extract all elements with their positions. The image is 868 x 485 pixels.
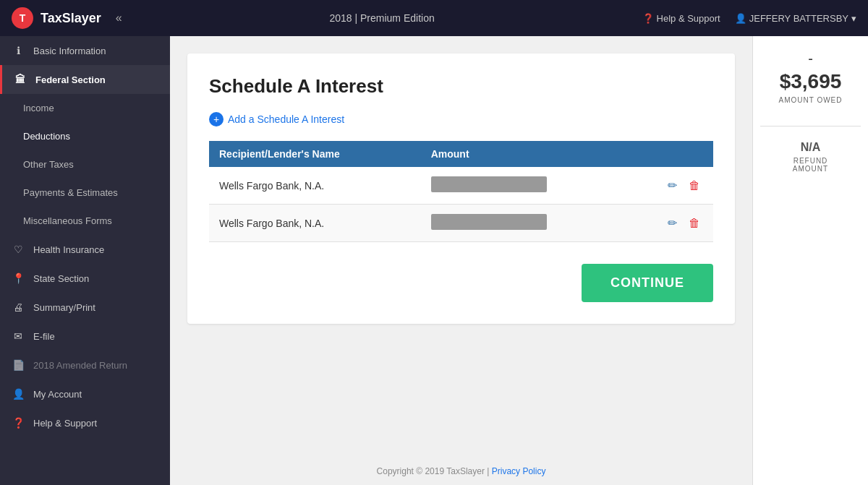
- user-menu[interactable]: 👤 JEFFERY BATTERSBY ▾: [735, 13, 856, 24]
- content-inner: Schedule A Interest + Add a Schedule A I…: [170, 36, 752, 458]
- collapse-button[interactable]: «: [116, 12, 122, 25]
- edit-button-2[interactable]: ✏: [665, 213, 680, 233]
- sidebar-item-summary-print[interactable]: 🖨 Summary/Print: [0, 293, 170, 322]
- actions-cell-2: ✏ 🗑: [625, 205, 713, 242]
- delete-button-1[interactable]: 🗑: [686, 176, 703, 195]
- sidebar-label-deductions: Deductions: [23, 131, 70, 142]
- edition-label: 2018 | Premium Edition: [329, 12, 434, 24]
- sidebar-item-e-file[interactable]: ✉ E-file: [0, 322, 170, 351]
- question-icon: ❓: [12, 417, 25, 429]
- table-header-row: Recipient/Lender's Name Amount: [209, 141, 713, 167]
- panel-minus-sign: -: [808, 51, 813, 67]
- sidebar-item-basic-info[interactable]: ℹ Basic Information: [0, 36, 170, 65]
- efile-icon: ✉: [12, 330, 25, 342]
- add-link-label: Add a Schedule A Interest: [228, 113, 344, 125]
- table-row: Wells Fargo Bank, N.A. ✏ 🗑: [209, 205, 713, 242]
- help-circle-icon: ❓: [642, 13, 654, 24]
- sidebar-item-misc-forms[interactable]: Miscellaneous Forms: [0, 207, 170, 235]
- print-icon: 🖨: [12, 301, 25, 313]
- logo-icon: T: [12, 7, 33, 29]
- panel-refund-label: REFUNDAMOUNT: [793, 157, 828, 173]
- amount-cell-2: [421, 205, 626, 242]
- sidebar-label-summary-print: Summary/Print: [33, 302, 95, 313]
- page-title: Schedule A Interest: [209, 75, 713, 98]
- sidebar-item-help-support[interactable]: ❓ Help & Support: [0, 408, 170, 437]
- edit-button-1[interactable]: ✏: [665, 176, 680, 195]
- amount-placeholder-2: [431, 214, 547, 230]
- sidebar-label-help-support: Help & Support: [33, 418, 97, 429]
- amount-cell-1: [421, 167, 626, 205]
- sidebar-label-federal-section: Federal Section: [35, 74, 106, 85]
- main-layout: ℹ Basic Information 🏛 Federal Section In…: [0, 36, 868, 485]
- document-icon: 📄: [12, 359, 25, 371]
- help-support-link[interactable]: ❓ Help & Support: [642, 13, 720, 24]
- recipient-name-2: Wells Fargo Bank, N.A.: [209, 205, 421, 242]
- sidebar: ℹ Basic Information 🏛 Federal Section In…: [0, 36, 170, 485]
- sidebar-label-health-insurance: Health Insurance: [33, 244, 104, 255]
- sidebar-label-state-section: State Section: [33, 273, 89, 284]
- info-icon: ℹ: [12, 45, 25, 56]
- plus-circle-icon: +: [209, 112, 224, 126]
- amount-placeholder-1: [431, 176, 547, 192]
- sidebar-label-other-taxes: Other Taxes: [23, 159, 74, 170]
- sidebar-label-e-file: E-file: [33, 331, 55, 342]
- sidebar-item-payments[interactable]: Payments & Estimates: [0, 179, 170, 207]
- panel-divider: [760, 126, 861, 126]
- copyright-text: Copyright © 2019 TaxSlayer |: [377, 466, 492, 476]
- main-card: Schedule A Interest + Add a Schedule A I…: [187, 53, 735, 324]
- user-icon: 👤: [735, 13, 746, 24]
- sidebar-item-income[interactable]: Income: [0, 94, 170, 122]
- panel-na-value: N/A: [801, 141, 821, 154]
- sidebar-item-other-taxes[interactable]: Other Taxes: [0, 150, 170, 179]
- col-header-actions: [625, 141, 713, 167]
- sidebar-label-amended-return: 2018 Amended Return: [33, 360, 127, 371]
- col-header-amount: Amount: [421, 141, 626, 167]
- action-icons-2: ✏ 🗑: [635, 213, 703, 233]
- action-icons-1: ✏ 🗑: [635, 176, 703, 195]
- panel-amount-owed-label: AMOUNT OWED: [778, 96, 842, 104]
- panel-amount-owed: $3,695: [780, 70, 842, 93]
- federal-icon: 🏛: [14, 74, 27, 85]
- table-row: Wells Fargo Bank, N.A. ✏ 🗑: [209, 167, 713, 205]
- content-footer: Copyright © 2019 TaxSlayer | Privacy Pol…: [170, 458, 752, 485]
- right-panel: - $3,695 AMOUNT OWED N/A REFUNDAMOUNT: [752, 36, 868, 485]
- state-icon: 📍: [12, 272, 25, 284]
- sidebar-label-my-account: My Account: [33, 389, 82, 400]
- sidebar-label-misc-forms: Miscellaneous Forms: [23, 215, 112, 226]
- sidebar-item-my-account[interactable]: 👤 My Account: [0, 379, 170, 408]
- sidebar-label-payments: Payments & Estimates: [23, 187, 118, 198]
- sidebar-item-amended-return: 📄 2018 Amended Return: [0, 351, 170, 379]
- logo-text: TaxSlayer: [41, 11, 101, 26]
- privacy-policy-link[interactable]: Privacy Policy: [492, 466, 546, 476]
- add-schedule-link[interactable]: + Add a Schedule A Interest: [209, 112, 713, 126]
- top-bar-right: ❓ Help & Support 👤 JEFFERY BATTERSBY ▾: [642, 13, 856, 24]
- sidebar-item-state-section[interactable]: 📍 State Section: [0, 264, 170, 293]
- account-icon: 👤: [12, 388, 25, 400]
- continue-button[interactable]: CONTINUE: [582, 264, 713, 302]
- logo-area: T TaxSlayer «: [12, 7, 122, 29]
- top-bar: T TaxSlayer « 2018 | Premium Edition ❓ H…: [0, 0, 868, 36]
- recipient-name-1: Wells Fargo Bank, N.A.: [209, 167, 421, 205]
- sidebar-item-federal-section[interactable]: 🏛 Federal Section: [0, 65, 170, 94]
- col-header-name: Recipient/Lender's Name: [209, 141, 421, 167]
- actions-cell-1: ✏ 🗑: [625, 167, 713, 205]
- sidebar-item-health-insurance[interactable]: ♡ Health Insurance: [0, 235, 170, 264]
- sidebar-label-income: Income: [23, 103, 54, 113]
- content-area: Schedule A Interest + Add a Schedule A I…: [170, 36, 752, 485]
- sidebar-item-deductions[interactable]: Deductions: [0, 122, 170, 150]
- schedule-table: Recipient/Lender's Name Amount Wells Far…: [209, 141, 713, 242]
- logo-initial: T: [20, 12, 26, 24]
- sidebar-label-basic-info: Basic Information: [33, 46, 106, 56]
- delete-button-2[interactable]: 🗑: [686, 214, 703, 233]
- health-icon: ♡: [12, 244, 25, 255]
